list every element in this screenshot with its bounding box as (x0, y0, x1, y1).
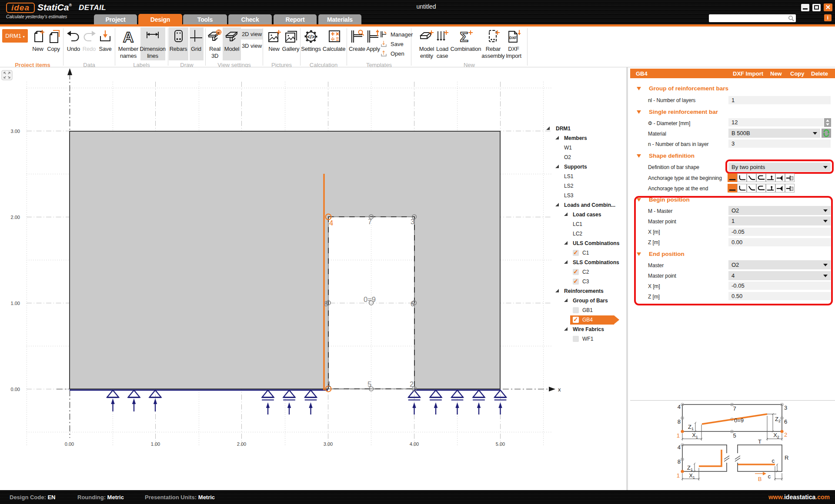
svg-text:Σ: Σ (460, 29, 468, 44)
svg-text:0.00: 0.00 (65, 441, 74, 447)
svg-text:1.00: 1.00 (151, 441, 160, 447)
svg-text:4: 4 (329, 219, 333, 227)
svg-text:6: 6 (784, 418, 787, 425)
svg-text:Z1: Z1 (688, 424, 694, 431)
svg-text:7: 7 (733, 405, 736, 412)
svg-text:X1: X1 (692, 432, 698, 439)
svg-text:0=9: 0=9 (734, 417, 744, 424)
svg-text:Z1: Z1 (687, 464, 693, 472)
svg-text:4.00: 4.00 (410, 441, 419, 447)
svg-text:A: A (123, 29, 134, 44)
svg-text:2.00: 2.00 (11, 215, 20, 220)
svg-text:3.00: 3.00 (324, 441, 333, 447)
svg-text:2: 2 (784, 431, 787, 438)
svg-text:6: 6 (411, 300, 414, 308)
svg-text:3: 3 (784, 405, 787, 411)
svg-text:B: B (758, 476, 762, 482)
svg-text:1: 1 (677, 472, 680, 479)
svg-text:4: 4 (678, 404, 681, 410)
svg-text:c: c (768, 473, 771, 480)
svg-text:1: 1 (677, 432, 680, 439)
svg-text:7: 7 (368, 218, 372, 225)
svg-text:0=9: 0=9 (364, 295, 376, 303)
svg-text:4: 4 (678, 444, 681, 451)
svg-text:8: 8 (678, 458, 681, 465)
svg-text:T: T (758, 438, 762, 445)
svg-text:DXF: DXF (509, 36, 517, 40)
svg-text:0.00: 0.00 (11, 387, 20, 392)
svg-text:3: 3 (411, 218, 414, 225)
svg-text:2: 2 (410, 380, 414, 388)
svg-text:5: 5 (367, 380, 371, 388)
svg-text:R: R (785, 454, 788, 461)
svg-text:5: 5 (733, 432, 736, 439)
svg-text:X1: X1 (689, 472, 695, 480)
svg-text:8: 8 (678, 418, 681, 425)
svg-text:Z2: Z2 (775, 416, 781, 423)
svg-text:c: c (772, 458, 775, 464)
svg-text:x: x (558, 386, 561, 393)
svg-text:2.00: 2.00 (237, 441, 246, 447)
svg-text:X2: X2 (773, 432, 779, 439)
svg-text:5.00: 5.00 (496, 441, 505, 447)
svg-text:8: 8 (324, 300, 328, 308)
svg-text:</>: </> (307, 34, 314, 40)
svg-text:3.00: 3.00 (11, 129, 20, 134)
svg-text:1.00: 1.00 (11, 301, 20, 306)
svg-text:1: 1 (327, 380, 331, 388)
